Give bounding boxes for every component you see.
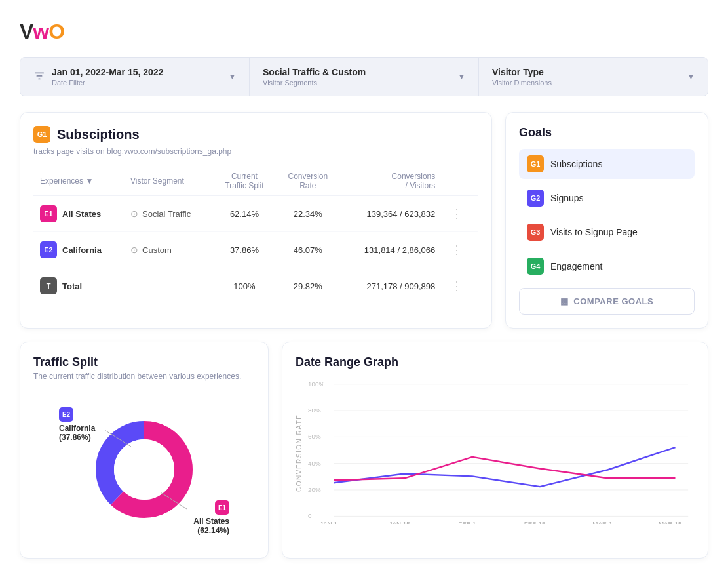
as-badge: E1: [215, 500, 229, 515]
traffic-split-value: 37.86%: [213, 232, 276, 268]
table-row: T Total 100% 29.82% 271,178 / 909,898 ⋮: [33, 268, 478, 304]
svg-text:40%: 40%: [308, 460, 321, 467]
segment-filter-label: Visitor Segments: [263, 79, 451, 87]
svg-text:FEB 1: FEB 1: [458, 520, 476, 524]
table-row: E2 California ⊙ Custom 37.86% 46.07% 131…: [33, 232, 478, 268]
traffic-split-title: Traffic Split: [33, 355, 255, 369]
table-row: E1 All States ⊙ Social Traffic 62.14% 22…: [33, 196, 478, 232]
goal-item[interactable]: G3 Visits to Signup Page: [519, 217, 695, 247]
svg-point-2: [114, 439, 174, 500]
date-filter-label: Date Filter: [52, 79, 222, 87]
conversion-rate-value: 22.34%: [276, 196, 340, 232]
filter-icon-small: ▼: [85, 176, 93, 186]
date-range-graph-card: Date Range Graph CONVERSION RATE 100% 80…: [282, 342, 708, 559]
compare-goals-icon: ▩: [560, 296, 569, 306]
logo-area: VwO: [20, 13, 708, 57]
conversions-value: 271,178 / 909,898: [340, 268, 442, 304]
experience-name: E2 California: [40, 241, 117, 258]
goal-label: Subsciptions: [550, 159, 602, 169]
svg-text:FEB 15: FEB 15: [524, 520, 546, 524]
segment-filter-value: Social Traffic & Custom: [263, 67, 451, 77]
svg-text:80%: 80%: [308, 407, 321, 414]
col-experiences: Experiences ▼: [33, 167, 124, 196]
svg-text:20%: 20%: [308, 486, 321, 493]
segment-icon: ⊙: [130, 245, 138, 255]
subscriptions-card: G1 Subsciptions tracks page visits on bl…: [20, 112, 492, 329]
row-menu-button[interactable]: ⋮: [448, 279, 465, 292]
as-pct: (62.14%): [197, 526, 229, 535]
exp-badge: T: [40, 277, 57, 294]
date-filter[interactable]: Jan 01, 2022-Mar 15, 2022 Date Filter ▼: [20, 58, 250, 96]
conversion-rate-value: 46.07%: [276, 232, 340, 268]
line-chart-svg: 100% 80% 60% 40% 20% 0: [308, 380, 695, 524]
as-label: All States: [193, 517, 229, 526]
conversion-rate-value: 29.82%: [276, 268, 340, 304]
chart-title: Date Range Graph: [296, 355, 695, 369]
svg-text:MAR 15: MAR 15: [659, 520, 682, 524]
conversions-value: 139,364 / 623,832: [340, 196, 442, 232]
goal-badge: G3: [527, 224, 544, 241]
segment-name: ⊙ Social Traffic: [130, 209, 206, 219]
subs-title: Subsciptions: [57, 127, 140, 142]
experience-name: E1 All States: [40, 205, 117, 222]
donut-chart-area: E2 California (37.86%): [33, 394, 255, 545]
traffic-split-card: Traffic Split The current traffic distri…: [20, 342, 269, 559]
segment-name: ⊙ Custom: [130, 245, 206, 255]
svg-text:60%: 60%: [308, 433, 321, 440]
goal-label: Visits to Signup Page: [550, 227, 638, 237]
ca-badge: E2: [59, 407, 73, 422]
subs-badge: G1: [33, 126, 50, 143]
y-axis-label: CONVERSION RATE: [296, 380, 303, 527]
subs-subtitle: tracks page visits on blog.vwo.com/subsc…: [33, 147, 478, 156]
col-conversions: Conversions/ Visitors: [340, 167, 442, 196]
visitor-filter-value: Visitor Type: [492, 67, 681, 77]
segment-filter-chevron: ▼: [458, 73, 465, 81]
svg-text:100%: 100%: [308, 380, 324, 388]
donut-svg: [92, 417, 197, 522]
traffic-split-value: 100%: [213, 268, 276, 304]
col-traffic: CurrentTraffic Split: [213, 167, 276, 196]
goal-badge: G4: [527, 258, 544, 275]
row-menu-button[interactable]: ⋮: [448, 207, 465, 220]
goals-card: Goals G1 Subsciptions G2 Signups G3 Visi…: [505, 112, 708, 329]
svg-text:0: 0: [308, 512, 312, 519]
segment-filter[interactable]: Social Traffic & Custom Visitor Segments…: [250, 58, 479, 96]
date-filter-chevron: ▼: [229, 73, 236, 81]
goal-label: Engagement: [550, 261, 602, 271]
goal-badge: G2: [527, 190, 544, 207]
goals-title: Goals: [519, 126, 695, 140]
experiences-table: Experiences ▼ Vistor Segment CurrentTraf…: [33, 167, 478, 304]
compare-goals-label: COMPARE GOALS: [573, 296, 653, 306]
compare-goals-button[interactable]: ▩ COMPARE GOALS: [519, 288, 695, 315]
filter-icon: [33, 70, 45, 84]
svg-text:MAR 1: MAR 1: [592, 520, 612, 524]
goal-item[interactable]: G1 Subsciptions: [519, 149, 695, 179]
visitor-filter[interactable]: Visitor Type Visitor Dimensions ▼: [479, 58, 708, 96]
goal-badge: G1: [527, 155, 544, 172]
goal-item[interactable]: G4 Engagement: [519, 251, 695, 281]
experience-name: T Total: [40, 277, 117, 294]
goal-item[interactable]: G2 Signups: [519, 183, 695, 213]
date-filter-value: Jan 01, 2022-Mar 15, 2022: [52, 67, 222, 77]
filter-bar: Jan 01, 2022-Mar 15, 2022 Date Filter ▼ …: [20, 57, 708, 96]
conversions-value: 131,814 / 2,86,066: [340, 232, 442, 268]
ca-label: California: [59, 424, 95, 433]
vwo-logo[interactable]: VwO: [20, 20, 708, 44]
visitor-filter-chevron: ▼: [687, 73, 695, 81]
col-conversion-rate: ConversionRate: [276, 167, 340, 196]
row-menu-button[interactable]: ⋮: [448, 243, 465, 256]
segment-icon: ⊙: [130, 209, 138, 219]
traffic-split-subtitle: The current traffic distribution between…: [33, 372, 255, 381]
goal-label: Signups: [550, 193, 584, 203]
visitor-filter-label: Visitor Dimensions: [492, 79, 681, 87]
svg-text:JAN 1: JAN 1: [320, 520, 337, 524]
exp-badge: E2: [40, 241, 57, 258]
ca-pct: (37.86%): [59, 433, 91, 442]
col-segment: Vistor Segment: [124, 167, 213, 196]
exp-badge: E1: [40, 205, 57, 222]
svg-text:JAN 15: JAN 15: [389, 520, 411, 524]
traffic-split-value: 62.14%: [213, 196, 276, 232]
